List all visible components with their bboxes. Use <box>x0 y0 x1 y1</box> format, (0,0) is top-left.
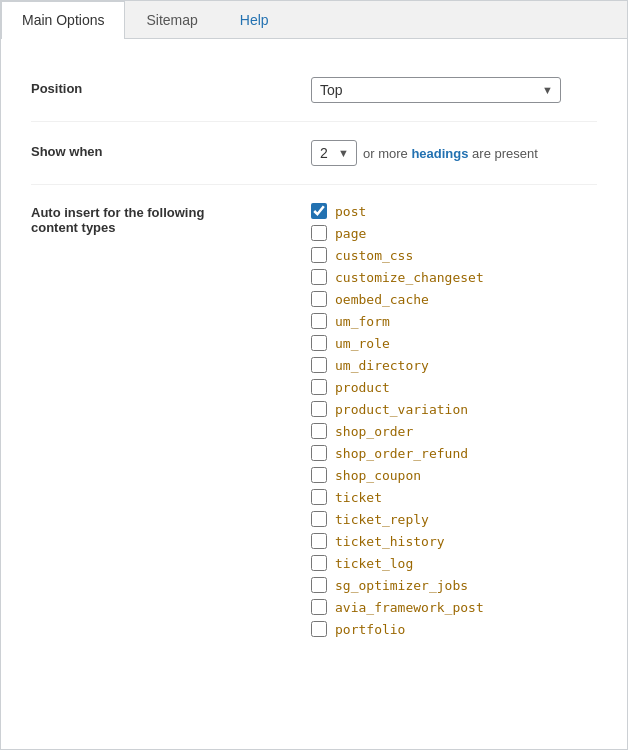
list-item: avia_framework_post <box>311 599 484 615</box>
auto-insert-row: Auto insert for the followingcontent typ… <box>31 185 597 655</box>
auto-insert-label: Auto insert for the followingcontent typ… <box>31 203 311 235</box>
list-item: ticket_log <box>311 555 484 571</box>
list-item: product <box>311 379 484 395</box>
list-item: um_role <box>311 335 484 351</box>
list-item: page <box>311 225 484 241</box>
list-item: customize_changeset <box>311 269 484 285</box>
position-label: Position <box>31 77 311 96</box>
checkbox-label-portfolio: portfolio <box>335 622 405 637</box>
tab-help[interactable]: Help <box>219 1 290 38</box>
checkbox-custom_css[interactable] <box>311 247 327 263</box>
show-when-bold: headings <box>411 146 468 161</box>
checkbox-label-avia_framework_post: avia_framework_post <box>335 600 484 615</box>
checkbox-avia_framework_post[interactable] <box>311 599 327 615</box>
checkbox-label-shop_coupon: shop_coupon <box>335 468 421 483</box>
tab-bar: Main Options Sitemap Help <box>1 1 627 39</box>
list-item: product_variation <box>311 401 484 417</box>
show-when-row: Show when 1 2 3 4 5 ▼ or more headings a… <box>31 122 597 185</box>
checkbox-ticket_history[interactable] <box>311 533 327 549</box>
checkbox-label-ticket_reply: ticket_reply <box>335 512 429 527</box>
checkbox-label-um_directory: um_directory <box>335 358 429 373</box>
checkbox-um_form[interactable] <box>311 313 327 329</box>
list-item: oembed_cache <box>311 291 484 307</box>
position-select-wrap: Top Bottom Before Content After Content … <box>311 77 561 103</box>
checkbox-label-customize_changeset: customize_changeset <box>335 270 484 285</box>
list-item: um_directory <box>311 357 484 373</box>
list-item: post <box>311 203 484 219</box>
position-select[interactable]: Top Bottom Before Content After Content <box>311 77 561 103</box>
checkbox-ticket[interactable] <box>311 489 327 505</box>
checkbox-label-product_variation: product_variation <box>335 402 468 417</box>
list-item: ticket <box>311 489 484 505</box>
position-row: Position Top Bottom Before Content After… <box>31 59 597 122</box>
show-when-control: 1 2 3 4 5 ▼ or more headings are present <box>311 140 597 166</box>
settings-panel: Main Options Sitemap Help Position Top B… <box>0 0 628 750</box>
list-item: sg_optimizer_jobs <box>311 577 484 593</box>
show-when-select[interactable]: 1 2 3 4 5 <box>311 140 357 166</box>
show-when-select-wrap: 1 2 3 4 5 ▼ <box>311 140 357 166</box>
checkbox-label-ticket: ticket <box>335 490 382 505</box>
checkbox-ticket_reply[interactable] <box>311 511 327 527</box>
show-when-suffix: or more headings are present <box>363 146 538 161</box>
tab-sitemap[interactable]: Sitemap <box>125 1 218 38</box>
checkbox-portfolio[interactable] <box>311 621 327 637</box>
checkbox-label-um_form: um_form <box>335 314 390 329</box>
list-item: shop_coupon <box>311 467 484 483</box>
checkbox-shop_order_refund[interactable] <box>311 445 327 461</box>
list-item: custom_css <box>311 247 484 263</box>
checkbox-customize_changeset[interactable] <box>311 269 327 285</box>
checkbox-ticket_log[interactable] <box>311 555 327 571</box>
checkbox-label-shop_order_refund: shop_order_refund <box>335 446 468 461</box>
list-item: shop_order <box>311 423 484 439</box>
checkbox-um_directory[interactable] <box>311 357 327 373</box>
checkbox-label-ticket_history: ticket_history <box>335 534 445 549</box>
list-item: portfolio <box>311 621 484 637</box>
checkbox-oembed_cache[interactable] <box>311 291 327 307</box>
checkbox-shop_coupon[interactable] <box>311 467 327 483</box>
tab-main-options[interactable]: Main Options <box>1 1 125 39</box>
position-control: Top Bottom Before Content After Content … <box>311 77 597 103</box>
checkbox-label-page: page <box>335 226 366 241</box>
list-item: ticket_history <box>311 533 484 549</box>
checkbox-product[interactable] <box>311 379 327 395</box>
checkbox-label-post: post <box>335 204 366 219</box>
auto-insert-control: postpagecustom_csscustomize_changesetoem… <box>311 203 597 637</box>
checkbox-sg_optimizer_jobs[interactable] <box>311 577 327 593</box>
checkbox-label-shop_order: shop_order <box>335 424 413 439</box>
checkbox-label-sg_optimizer_jobs: sg_optimizer_jobs <box>335 578 468 593</box>
checkbox-um_role[interactable] <box>311 335 327 351</box>
checkbox-label-custom_css: custom_css <box>335 248 413 263</box>
checkbox-product_variation[interactable] <box>311 401 327 417</box>
checkbox-list: postpagecustom_csscustomize_changesetoem… <box>311 203 484 637</box>
list-item: ticket_reply <box>311 511 484 527</box>
checkbox-label-product: product <box>335 380 390 395</box>
list-item: shop_order_refund <box>311 445 484 461</box>
checkbox-post[interactable] <box>311 203 327 219</box>
checkbox-page[interactable] <box>311 225 327 241</box>
checkbox-label-ticket_log: ticket_log <box>335 556 413 571</box>
checkbox-shop_order[interactable] <box>311 423 327 439</box>
checkbox-label-oembed_cache: oembed_cache <box>335 292 429 307</box>
show-when-label: Show when <box>31 140 311 159</box>
checkbox-label-um_role: um_role <box>335 336 390 351</box>
list-item: um_form <box>311 313 484 329</box>
tab-content: Position Top Bottom Before Content After… <box>1 39 627 675</box>
